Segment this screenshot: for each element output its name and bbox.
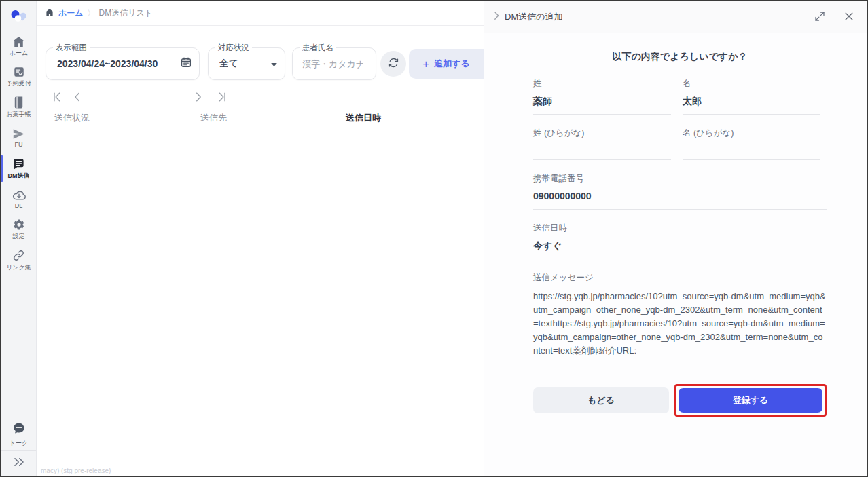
sidebar-item-reservation[interactable]: 予約受付	[1, 62, 36, 92]
field-label: 送信メッセージ	[533, 272, 827, 284]
calendar-icon[interactable]	[180, 56, 192, 71]
confirm-question: 以下の内容でよろしいですか？	[533, 51, 827, 63]
status-value: 全て	[219, 48, 238, 79]
field-value: 09000000000	[533, 191, 827, 203]
field-label: 姓 (ひらがな)	[533, 128, 671, 139]
field-value	[533, 145, 671, 153]
plus-icon: +	[422, 58, 429, 70]
submit-highlight-box: 登録する	[674, 384, 827, 417]
dm-add-drawer: DM送信の追加 以下の内容でよろしいですか？ 姓 薬師	[484, 1, 868, 476]
field-value: 太郎	[683, 96, 820, 108]
field-label: 名	[683, 78, 820, 90]
drawer-header: DM送信の追加	[484, 1, 868, 33]
links-icon	[12, 249, 25, 262]
refresh-button[interactable]	[380, 51, 406, 77]
patient-name-field[interactable]: 患者氏名	[292, 47, 376, 80]
add-dm-button[interactable]: + 追加する	[409, 49, 484, 79]
field-first-name-kana: 名 (ひらがな)	[683, 128, 820, 160]
close-icon	[844, 11, 854, 24]
close-drawer-button[interactable]	[842, 9, 856, 25]
field-phone: 携帯電話番号 09000000000	[533, 173, 827, 210]
sidebar-item-dl[interactable]: DL	[1, 184, 36, 214]
field-send-datetime: 送信日時 今すぐ	[533, 223, 827, 259]
medicine-notebook-icon	[13, 96, 24, 109]
environment-note: macy) (stg pre-release)	[41, 467, 111, 474]
field-first-name: 名 太郎	[683, 78, 820, 115]
sidebar-item-label: 予約受付	[7, 79, 31, 88]
breadcrumb: ホーム 〉 DM送信リスト	[37, 1, 484, 26]
first-page-button[interactable]	[50, 91, 64, 104]
date-range-field[interactable]: 表示範囲 2023/04/24~2023/04/30	[46, 47, 200, 80]
previous-page-button[interactable]	[71, 91, 84, 104]
sidebar-item-label: DL	[15, 202, 23, 209]
sidebar-item-fu[interactable]: FU	[1, 123, 36, 153]
field-last-name-kana: 姓 (ひらがな)	[533, 128, 671, 160]
sidebar-collapse-toggle[interactable]	[1, 450, 36, 476]
field-label: 携帯電話番号	[533, 173, 827, 185]
breadcrumb-home-icon	[45, 7, 54, 20]
field-label: 名 (ひらがな)	[683, 128, 820, 139]
column-header-destination: 送信先	[200, 112, 227, 124]
refresh-icon	[388, 57, 399, 71]
field-label: 送信日時	[533, 223, 827, 234]
dm-icon	[12, 157, 25, 170]
message-text: https://stg.yqb.jp/pharmacies/10?utm_sou…	[533, 290, 827, 358]
follow-up-icon	[12, 128, 25, 140]
drawer-body: 以下の内容でよろしいですか？ 姓 薬師 名 太郎 姓 (ひらがな) 名 (ひらが…	[484, 33, 868, 417]
field-value: 薬師	[533, 96, 671, 108]
column-header-datetime: 送信日時	[346, 112, 381, 124]
status-select[interactable]: 対応状況 全て	[208, 47, 285, 80]
sidebar-item-label: 設定	[13, 232, 25, 241]
breadcrumb-separator: 〉	[88, 8, 95, 18]
breadcrumb-current: DM送信リスト	[99, 7, 153, 19]
date-range-value: 2023/04/24~2023/04/30	[57, 48, 158, 79]
sidebar-item-links[interactable]: リンク集	[1, 245, 36, 275]
field-send-message: 送信メッセージ https://stg.yqb.jp/pharmacies/10…	[533, 272, 827, 364]
expand-drawer-button[interactable]	[812, 9, 827, 26]
column-header-send-status: 送信状況	[54, 112, 90, 124]
sidebar-item-talk[interactable]: トーク	[1, 419, 36, 450]
table-header-divider	[37, 128, 484, 128]
add-dm-button-label: 追加する	[434, 58, 470, 70]
sidebar: ホーム 予約受付 お薬手帳 FU DM送信	[1, 1, 37, 476]
sidebar-item-label: DM送信	[8, 172, 30, 180]
next-page-button[interactable]	[192, 91, 205, 104]
field-value: 今すぐ	[533, 240, 827, 252]
last-page-button[interactable]	[215, 91, 229, 104]
sidebar-item-label: リンク集	[6, 263, 31, 272]
sidebar-item-label: お薬手帳	[6, 110, 31, 119]
field-value	[683, 145, 820, 153]
app-logo-icon	[1, 1, 36, 31]
app-window: ホーム 予約受付 お薬手帳 FU DM送信	[0, 0, 868, 477]
chevron-down-icon	[270, 58, 278, 70]
expand-icon	[814, 10, 826, 24]
drawer-title: DM送信の追加	[505, 11, 563, 23]
sidebar-item-label: FU	[15, 141, 23, 148]
sidebar-item-label: トーク	[10, 439, 28, 448]
sidebar-item-dm[interactable]: DM送信	[1, 153, 36, 184]
settings-icon	[13, 218, 25, 231]
download-icon	[12, 189, 26, 201]
home-icon	[12, 36, 25, 47]
reservation-icon	[13, 66, 25, 78]
submit-button[interactable]: 登録する	[679, 388, 822, 413]
chevron-right-icon	[492, 11, 501, 23]
field-last-name: 姓 薬師	[533, 78, 671, 115]
breadcrumb-home-link[interactable]: ホーム	[58, 7, 84, 19]
field-label: 姓	[533, 78, 671, 90]
sidebar-item-medicine-notebook[interactable]: お薬手帳	[1, 92, 36, 123]
sidebar-item-label: ホーム	[10, 49, 28, 58]
back-button[interactable]: もどる	[533, 387, 669, 413]
sidebar-item-settings[interactable]: 設定	[1, 214, 36, 245]
sidebar-item-home[interactable]: ホーム	[1, 31, 36, 62]
patient-name-input[interactable]	[302, 49, 363, 79]
talk-icon	[12, 421, 26, 438]
main-content: ホーム 〉 DM送信リスト 表示範囲 2023/04/24~2023/04/30…	[37, 1, 484, 476]
double-chevron-right-icon	[13, 457, 25, 470]
